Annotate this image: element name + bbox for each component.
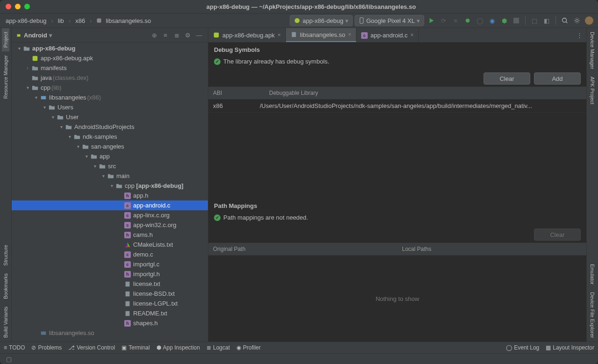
select-opened-file-icon[interactable]: ⊕ — [149, 30, 159, 40]
apply-code-icon[interactable]: ≡ — [450, 15, 461, 26]
debug-button[interactable] — [463, 15, 473, 26]
editor-tab[interactable]: app-x86-debug.apk× — [208, 28, 286, 42]
svg-rect-13 — [126, 311, 130, 316]
path-mappings-status: ✓ Path mappings are not needed. — [214, 212, 581, 223]
tree-node[interactable]: ▾ndk-samples — [12, 132, 208, 142]
tree-node[interactable]: ▾libsanangeles(x86) — [12, 93, 208, 102]
tree-node[interactable]: happ.h — [12, 191, 208, 200]
rail-tab-resource-manager[interactable]: Resource Manager — [2, 51, 9, 103]
clear-symbols-button[interactable]: Clear — [484, 72, 530, 85]
breadcrumb[interactable]: app-x86-debug› lib› x86› libsanangeles.s… — [4, 15, 155, 26]
symbols-table-row[interactable]: x86 /Users/User/AndroidStudioProjects/nd… — [208, 100, 586, 113]
tree-node[interactable]: README.txt — [12, 308, 208, 318]
project-view-dropdown[interactable]: Android ▾ — [15, 32, 52, 39]
tree-node[interactable]: ▾app-x86-debug — [12, 43, 208, 53]
tabs-more-icon[interactable]: ⋮ — [573, 28, 586, 42]
tree-node[interactable]: himportgl.h — [12, 269, 208, 279]
rail-tab-build-variants[interactable]: Build Variants — [2, 303, 9, 342]
tree-node[interactable]: license-BSD.txt — [12, 289, 208, 299]
tree-node[interactable]: ▾AndroidStudioProjects — [12, 122, 208, 132]
tree-node[interactable]: ▾cpp(lib) — [12, 83, 208, 93]
window-minimize-button[interactable] — [15, 4, 21, 9]
tree-node[interactable]: app-x86-debug.apk — [12, 53, 208, 63]
device-dropdown[interactable]: Google Pixel 4 XL ▾ — [355, 15, 424, 26]
close-tab-icon[interactable]: × — [348, 31, 351, 38]
tree-node[interactable]: license-LGPL.txt — [12, 299, 208, 308]
rail-tab-device-manager[interactable]: Device Manager — [589, 28, 596, 73]
left-tool-rail: Project Resource Manager Structure Bookm… — [0, 28, 12, 342]
tree-node[interactable]: cdemo.c — [12, 250, 208, 259]
coverage-icon[interactable]: ◯ — [475, 15, 485, 26]
status-problems[interactable]: ⊘ Problems — [31, 344, 62, 351]
rail-tab-apk-project[interactable]: APK Project — [589, 73, 596, 108]
svg-point-7 — [576, 19, 578, 21]
tree-node[interactable]: java(classes.dex) — [12, 73, 208, 83]
svg-point-5 — [562, 18, 567, 22]
expand-all-icon[interactable]: ≡ — [160, 30, 171, 40]
close-tab-icon[interactable]: × — [410, 32, 413, 38]
window-close-button[interactable] — [6, 4, 11, 9]
tree-node[interactable]: capp-win32.c.org — [12, 220, 208, 230]
add-symbols-button[interactable]: Add — [534, 72, 581, 85]
avatar[interactable] — [584, 15, 594, 26]
close-tab-icon[interactable]: × — [278, 32, 281, 38]
hide-sidebar-icon[interactable]: ― — [194, 30, 204, 40]
tree-node[interactable]: ▾src — [12, 161, 208, 171]
path-mappings-heading: Path Mappings — [214, 202, 581, 209]
project-sidebar: Android ▾ ⊕ ≡ ≣ ⚙ ― ▾app-x86-debugapp-x8… — [12, 28, 208, 342]
project-tree[interactable]: ▾app-x86-debugapp-x86-debug.apk›manifest… — [12, 43, 208, 342]
svg-line-6 — [566, 22, 568, 23]
tree-node[interactable]: ▾main — [12, 171, 208, 181]
status-app-inspection[interactable]: ⬢ App Inspection — [157, 344, 200, 351]
window-title: app-x86-debug — ~/ApkProjects/app-x86-de… — [30, 3, 592, 10]
editor-tab[interactable]: libsanangeles.so× — [286, 28, 356, 42]
tree-node[interactable]: capp-android.c — [12, 200, 208, 210]
tree-node[interactable]: cimportgl.c — [12, 259, 208, 269]
profiler-icon[interactable]: ◉ — [487, 15, 497, 26]
tree-settings-icon[interactable]: ⚙ — [183, 30, 193, 40]
tree-node[interactable]: hshapes.h — [12, 318, 208, 328]
titlebar: app-x86-debug — ~/ApkProjects/app-x86-de… — [0, 0, 598, 14]
main-toolbar: app-x86-debug› lib› x86› libsanangeles.s… — [0, 14, 598, 28]
tree-node[interactable]: ▾san-angeles — [12, 142, 208, 151]
attach-debugger-icon[interactable]: ⬢ — [499, 15, 509, 26]
rail-tab-structure[interactable]: Structure — [2, 241, 9, 270]
stop-button[interactable] — [511, 15, 521, 26]
status-logcat[interactable]: ≣ Logcat — [206, 344, 230, 351]
rail-tab-bookmarks[interactable]: Bookmarks — [2, 270, 9, 303]
run-config-dropdown[interactable]: app-x86-debug ▾ — [290, 15, 352, 26]
sync-icon[interactable]: ⬚ — [529, 15, 540, 26]
bottom-toolbar: ≡ TODO ⊘ Problems ⎇ Version Control ▣ Te… — [0, 342, 598, 353]
tree-node[interactable]: CMakeLists.txt — [12, 240, 208, 250]
tree-node[interactable]: hcams.h — [12, 230, 208, 240]
tree-node[interactable]: ▾cpp [app-x86-debug] — [12, 181, 208, 191]
rail-tab-project[interactable]: Project — [2, 28, 9, 51]
tree-node[interactable]: ›manifests — [12, 63, 208, 73]
tree-node[interactable]: ▾Users — [12, 102, 208, 112]
tree-node[interactable]: ▾User — [12, 112, 208, 122]
tree-node[interactable]: license.txt — [12, 279, 208, 289]
tree-node[interactable]: libsanangeles.so — [12, 328, 208, 338]
tree-node[interactable]: ▾app — [12, 151, 208, 161]
tree-node[interactable]: capp-linx.c.org — [12, 210, 208, 220]
status-todo[interactable]: ≡ TODO — [4, 344, 25, 351]
avd-icon[interactable]: ◧ — [541, 15, 552, 26]
status-event-log[interactable]: ◯ Event Log — [506, 344, 539, 351]
status-terminal[interactable]: ▣ Terminal — [121, 344, 150, 351]
settings-icon[interactable] — [572, 15, 582, 26]
editor-tab[interactable]: capp-android.c× — [356, 28, 419, 42]
status-layout-inspector[interactable]: ▦ Layout Inspector — [546, 344, 594, 351]
apply-changes-icon[interactable]: ⟳ — [438, 15, 448, 26]
collapse-all-icon[interactable]: ≣ — [171, 30, 182, 40]
clear-mappings-button[interactable]: Clear — [534, 228, 581, 241]
bottom-rail-icon[interactable]: ▢ — [4, 354, 14, 364]
run-button[interactable] — [426, 15, 436, 26]
window-maximize-button[interactable] — [24, 4, 30, 9]
status-version-control[interactable]: ⎇ Version Control — [68, 344, 115, 351]
status-profiler[interactable]: ◉ Profiler — [236, 344, 261, 351]
rail-tab-emulator[interactable]: Emulator — [589, 260, 596, 288]
svg-rect-12 — [126, 301, 130, 306]
search-icon[interactable] — [560, 15, 570, 26]
rail-tab-device-file-explorer[interactable]: Device File Explorer — [589, 288, 596, 342]
symbols-table-header: ABI Debuggable Library — [208, 86, 586, 100]
